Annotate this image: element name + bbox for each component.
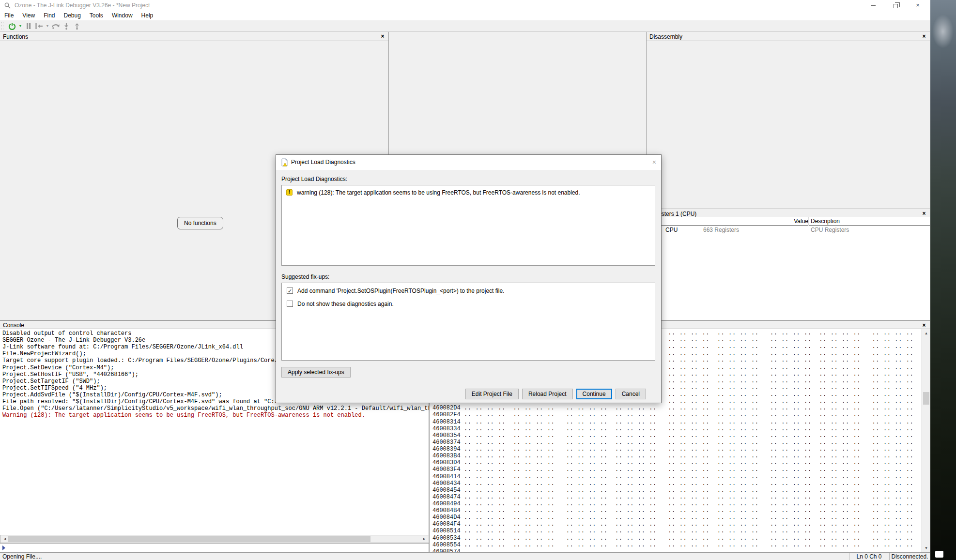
memory-vertical-scrollbar[interactable]: ▴ ▾ xyxy=(922,329,930,552)
console-line: Project.AddSvdFile ("$(InstallDir)/Confi… xyxy=(2,392,222,398)
menu-tools[interactable]: Tools xyxy=(85,11,108,20)
step-into-button[interactable] xyxy=(61,21,72,31)
memory-address: 46008374 xyxy=(432,439,461,446)
memory-row: 460083D4.. .. .. .. .. .. .. .. .. .. ..… xyxy=(430,459,930,466)
registers-cpu-row[interactable]: CPU 663 Registers CPU Registers xyxy=(647,226,930,234)
functions-panel-title: Functions xyxy=(3,33,28,40)
memory-bytes-unreadable: .. .. .. .. .. .. .. .. .. .. .. .. .. .… xyxy=(464,419,930,425)
step-over-button[interactable] xyxy=(50,21,61,31)
diagnostics-list[interactable]: ! warning (128): The target application … xyxy=(281,185,655,266)
reset-dropdown-icon[interactable]: ▼ xyxy=(45,21,50,31)
memory-address: 46008414 xyxy=(432,473,461,480)
memory-row: 46008574.. .. .. .. .. .. .. .. .. .. ..… xyxy=(430,548,930,552)
memory-address: 46008454 xyxy=(432,487,461,494)
fixups-list[interactable]: ✓ Add command 'Project.SetOSPlugin(FreeR… xyxy=(281,283,655,361)
console-horizontal-scrollbar[interactable]: ◂ ▸ xyxy=(0,535,429,543)
memory-bytes-unreadable: .. .. .. .. .. .. .. .. .. .. .. .. .. .… xyxy=(464,507,930,514)
toolbar: ▼ ▼ xyxy=(0,20,930,32)
no-functions-placeholder: No functions xyxy=(177,217,223,229)
dialog-close-icon[interactable]: × xyxy=(652,158,656,166)
power-dropdown-icon[interactable]: ▼ xyxy=(17,21,23,31)
menu-file[interactable]: File xyxy=(0,11,18,20)
console-line: Project.SetHostIF ("USB", "440268166"); xyxy=(2,371,139,378)
close-window-button[interactable]: × xyxy=(910,0,926,11)
menu-view[interactable]: View xyxy=(18,11,39,20)
console-line: J-Link software found at: C:/Program Fil… xyxy=(2,344,243,350)
pause-button[interactable] xyxy=(23,21,34,31)
wallpaper-highlight xyxy=(932,15,954,48)
dialog-title-bar: Project Load Diagnostics × xyxy=(276,155,661,170)
disassembly-panel-title: Disassembly xyxy=(649,33,682,40)
functions-close-icon[interactable]: × xyxy=(379,33,386,40)
memory-close-icon[interactable]: × xyxy=(921,322,927,329)
reset-run-to-start-button[interactable] xyxy=(34,21,45,31)
memory-address: 460083B4 xyxy=(432,453,461,459)
register-group-name: CPU xyxy=(665,227,678,233)
memory-address: 460082F4 xyxy=(432,411,461,418)
disassembly-close-icon[interactable]: × xyxy=(921,33,927,40)
register-group-value: 663 Registers xyxy=(703,227,739,233)
console-line: Project.SetTIFSpeed ("4 MHz"); xyxy=(2,385,107,392)
memory-row: 46008374.. .. .. .. .. .. .. .. .. .. ..… xyxy=(430,439,930,446)
memory-address: 460084B4 xyxy=(432,507,461,514)
checkbox-icon[interactable]: ✓ xyxy=(287,301,293,307)
memory-row: 46008454.. .. .. .. .. .. .. .. .. .. ..… xyxy=(430,487,930,494)
memory-row: 46008554.. .. .. .. .. .. .. .. .. .. ..… xyxy=(430,542,930,548)
scroll-down-icon[interactable]: ▾ xyxy=(923,545,930,552)
power-debug-button[interactable] xyxy=(7,21,17,31)
screen: Ozone - The J-Link Debugger V3.26e - *Ne… xyxy=(0,0,956,560)
memory-bytes-unreadable: .. .. .. .. .. .. .. .. .. .. .. .. .. .… xyxy=(464,425,930,432)
apply-fixups-button[interactable]: Apply selected fix-ups xyxy=(281,367,351,378)
taskbar-logo-icon xyxy=(935,551,943,558)
memory-bytes-unreadable: .. .. .. .. .. .. .. .. .. .. .. .. .. .… xyxy=(464,466,930,473)
edit-project-file-button[interactable]: Edit Project File xyxy=(465,389,519,399)
memory-row: 46008514.. .. .. .. .. .. .. .. .. .. ..… xyxy=(430,528,930,534)
memory-row: 460084B4.. .. .. .. .. .. .. .. .. .. ..… xyxy=(430,507,930,514)
console-line: SEGGER Ozone - The J-Link Debugger V3.26… xyxy=(2,337,145,344)
console-line: File path resolved: "$(InstallDir)/Confi… xyxy=(2,398,285,405)
reload-project-button[interactable]: Reload Project xyxy=(522,389,573,399)
menu-window[interactable]: Window xyxy=(108,11,137,20)
console-line: Target core support plugin loaded.: C:/P… xyxy=(2,357,285,364)
memory-row: 46008474.. .. .. .. .. .. .. .. .. .. ..… xyxy=(430,494,930,500)
scroll-left-icon[interactable]: ◂ xyxy=(1,535,8,543)
memory-row: 460084D4.. .. .. .. .. .. .. .. .. .. ..… xyxy=(430,514,930,521)
menu-help[interactable]: Help xyxy=(137,11,158,20)
checkbox-icon[interactable]: ✓ xyxy=(287,288,293,294)
diagnostics-label: Project Load Diagnostics: xyxy=(281,176,347,182)
scroll-up-icon[interactable]: ▴ xyxy=(923,330,930,337)
dialog-title: Project Load Diagnostics xyxy=(291,159,355,166)
memory-bytes-unreadable: .. .. .. .. .. .. .. .. .. .. .. .. .. .… xyxy=(464,500,930,507)
scrollbar-thumb[interactable] xyxy=(923,392,929,405)
registers-close-icon[interactable]: × xyxy=(921,210,927,217)
project-load-diagnostics-dialog: Project Load Diagnostics × Project Load … xyxy=(276,154,662,403)
scroll-right-icon[interactable]: ▸ xyxy=(421,535,428,543)
scrollbar-thumb[interactable] xyxy=(8,536,370,542)
minimize-button[interactable] xyxy=(865,0,881,11)
fixups-label: Suggested fix-ups: xyxy=(281,273,329,280)
memory-bytes-unreadable: .. .. .. .. .. .. .. .. .. .. .. .. .. .… xyxy=(464,521,930,528)
status-line-column: Ln 0 Ch 0 xyxy=(849,553,889,560)
memory-address: 46008534 xyxy=(432,535,461,542)
app-logo-icon xyxy=(4,2,11,9)
continue-button[interactable]: Continue xyxy=(576,389,612,399)
memory-row: 460083B4.. .. .. .. .. .. .. .. .. .. ..… xyxy=(430,453,930,459)
step-out-button[interactable] xyxy=(72,21,82,31)
window-title: Ozone - The J-Link Debugger V3.26e - *Ne… xyxy=(15,2,150,9)
restore-icon xyxy=(894,4,898,8)
cancel-button[interactable]: Cancel xyxy=(616,389,646,399)
console-command-input[interactable] xyxy=(0,543,429,552)
fixup-label: Add command 'Project.SetOSPlugin(FreeRTO… xyxy=(297,288,504,294)
desktop-wallpaper-strip xyxy=(930,0,956,560)
memory-row: 46008414.. .. .. .. .. .. .. .. .. .. ..… xyxy=(430,473,930,480)
memory-bytes-unreadable: .. .. .. .. .. .. .. .. .. .. .. .. .. .… xyxy=(464,405,930,411)
memory-bytes-unreadable: .. .. .. .. .. .. .. .. .. .. .. .. .. .… xyxy=(464,542,930,548)
memory-address: 46008314 xyxy=(432,419,461,425)
memory-bytes-unreadable: .. .. .. .. .. .. .. .. .. .. .. .. .. .… xyxy=(464,446,930,453)
menu-debug[interactable]: Debug xyxy=(59,11,85,20)
menu-find[interactable]: Find xyxy=(39,11,59,20)
restore-button[interactable] xyxy=(887,0,904,11)
memory-bytes-unreadable: .. .. .. .. .. .. .. .. .. .. .. .. .. .… xyxy=(464,473,930,480)
memory-row: 460084F4.. .. .. .. .. .. .. .. .. .. ..… xyxy=(430,521,930,528)
register-group-description: CPU Registers xyxy=(811,227,849,233)
